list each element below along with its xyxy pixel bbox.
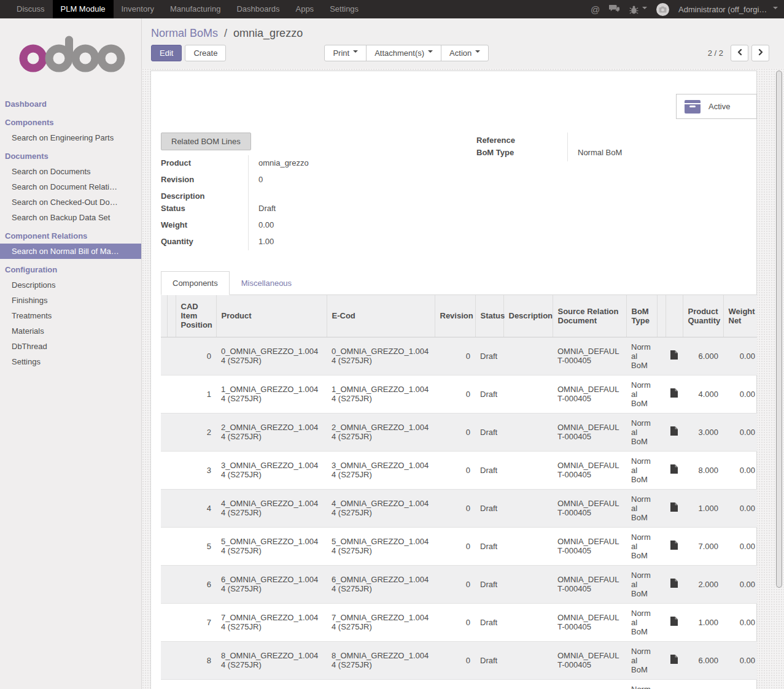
cell-attachment: [666, 565, 683, 603]
header-ecod[interactable]: E-Cod: [327, 295, 435, 337]
table-row[interactable]: 8 8_OMNIA_GREZZO_1.0044 (S275JR) 8_OMNIA…: [161, 641, 757, 679]
form-field: Revision 0: [161, 172, 454, 188]
table-row[interactable]: 4 4_OMNIA_GREZZO_1.0044 (S275JR) 4_OMNIA…: [161, 489, 757, 527]
action-button-group: Print Attachment(s) Action: [324, 45, 489, 61]
tab[interactable]: Components: [161, 271, 230, 295]
sidebar-item[interactable]: Documents: [0, 148, 141, 164]
cell-product: 7_OMNIA_GREZZO_1.0044 (S275JR): [216, 603, 327, 641]
sidebar-item[interactable]: Configuration: [0, 262, 141, 277]
cell-description: [503, 565, 553, 603]
field-value: Draft: [248, 201, 454, 217]
sidebar-item[interactable]: Settings: [0, 354, 141, 369]
field-label: Weight: [161, 217, 248, 234]
field-label: BoM Type: [476, 145, 567, 161]
sidebar-item[interactable]: Dashboard: [0, 96, 141, 112]
document-icon[interactable]: [670, 504, 678, 514]
print-button[interactable]: Print: [324, 45, 367, 61]
header-product[interactable]: Product: [216, 295, 327, 337]
table-row[interactable]: 7 7_OMNIA_GREZZO_1.0044 (S275JR) 7_OMNIA…: [161, 603, 757, 641]
cell-cad-item-position: 8: [176, 641, 216, 679]
document-icon[interactable]: [670, 580, 678, 590]
active-toggle[interactable]: Active: [676, 94, 757, 119]
document-icon[interactable]: [670, 428, 678, 437]
scrollbar[interactable]: [775, 18, 782, 689]
scrollbar-thumb[interactable]: [776, 71, 782, 588]
menu-item[interactable]: Apps: [287, 0, 322, 18]
form-field: Reference: [476, 133, 747, 145]
header-cad-item-position[interactable]: CAD Item Position: [176, 295, 216, 337]
form-field: Status Draft: [161, 201, 454, 217]
header-status[interactable]: Status: [475, 295, 503, 337]
menu-item[interactable]: Inventory: [114, 0, 162, 18]
breadcrumb-current: omnia_grezzo: [233, 27, 303, 39]
sidebar-item[interactable]: Treatments: [0, 308, 141, 323]
sidebar-item[interactable]: Components: [0, 115, 141, 130]
document-icon[interactable]: [670, 542, 678, 552]
table-row[interactable]: 5 5_OMNIA_GREZZO_1.0044 (S275JR) 5_OMNIA…: [161, 527, 757, 565]
cell-spacer: [657, 413, 666, 451]
header-bom-type[interactable]: BoM Type: [626, 295, 657, 337]
cell-handle: [161, 451, 167, 489]
debug-icon[interactable]: [629, 5, 647, 14]
sidebar-item[interactable]: Finishings: [0, 293, 141, 308]
sidebar-item[interactable]: Search on Engineering Parts: [0, 130, 141, 145]
table-row[interactable]: 0 0_OMNIA_GREZZO_1.0044 (S275JR) 0_OMNIA…: [161, 337, 757, 375]
header-weight-net[interactable]: Weight Net: [723, 295, 757, 337]
create-button[interactable]: Create: [185, 45, 226, 61]
cell-ecod: 9_OMNIA_GREZZO_1.0044 (S275JR): [327, 679, 435, 689]
cell-spacer: [167, 641, 176, 679]
table-row[interactable]: 6 6_OMNIA_GREZZO_1.0044 (S275JR) 6_OMNIA…: [161, 565, 757, 603]
document-icon[interactable]: [670, 656, 678, 666]
sidebar-item[interactable]: Search on Checked-Out Do…: [0, 194, 141, 210]
header-source-relation-document[interactable]: Source Relation Document: [553, 295, 626, 337]
menu-item[interactable]: Settings: [322, 0, 367, 18]
tab[interactable]: Miscellaneous: [230, 271, 303, 295]
sidebar-item[interactable]: Search on Documents: [0, 164, 141, 179]
document-icon[interactable]: [670, 390, 678, 399]
cell-product-quantity: 2.000: [683, 565, 723, 603]
sidebar-item[interactable]: Descriptions: [0, 277, 141, 293]
sidebar-item[interactable]: Materials: [0, 323, 141, 339]
header-revision[interactable]: Revision: [435, 295, 475, 337]
cell-cad-item-position: 7: [176, 603, 216, 641]
cell-product: 0_OMNIA_GREZZO_1.0044 (S275JR): [216, 337, 327, 375]
sidebar-item[interactable]: Search on Normal Bill of Ma…: [0, 244, 141, 259]
edit-button[interactable]: Edit: [151, 45, 182, 61]
related-bom-lines-button[interactable]: Related BOM Lines: [161, 133, 251, 150]
pager-next-button[interactable]: [751, 45, 769, 61]
cell-status: Draft: [475, 489, 503, 527]
field-value: Normal BoM: [567, 145, 747, 161]
sidebar-item[interactable]: Search on Document Relati…: [0, 179, 141, 194]
attachments-button[interactable]: Attachment(s): [366, 45, 441, 61]
header-product-quantity[interactable]: Product Quantity: [683, 295, 723, 337]
cell-source-relation-document: OMNIA_DEFAULT-000405: [553, 451, 626, 489]
table-row[interactable]: 1 1_OMNIA_GREZZO_1.0044 (S275JR) 1_OMNIA…: [161, 375, 757, 413]
table-row[interactable]: 2 2_OMNIA_GREZZO_1.0044 (S275JR) 2_OMNIA…: [161, 413, 757, 451]
table-row[interactable]: 9 9_OMNIA_GREZZO_1.0044 (S275JR) 9_OMNIA…: [161, 679, 757, 689]
sidebar-item[interactable]: Component Relations: [0, 228, 141, 244]
avatar[interactable]: [656, 3, 669, 16]
menu-item[interactable]: Dashboards: [228, 0, 287, 18]
cell-spacer: [657, 527, 666, 565]
field-value: omnia_grezzo: [248, 155, 454, 172]
menu-item[interactable]: Discuss: [9, 0, 53, 18]
activities-icon[interactable]: @: [591, 5, 600, 14]
cell-description: [503, 451, 553, 489]
user-menu[interactable]: Administrator (off_forgi…: [678, 5, 778, 14]
breadcrumb-parent[interactable]: Normal BoMs: [151, 27, 218, 39]
sidebar-item[interactable]: DbThread: [0, 339, 141, 354]
messages-icon[interactable]: [609, 4, 620, 15]
sidebar: Dashboard Components Search on Engineeri…: [0, 18, 142, 689]
menu-item[interactable]: Manufacturing: [162, 0, 228, 18]
sidebar-item[interactable]: Search on Backup Data Set: [0, 210, 141, 225]
field-value: [248, 188, 454, 201]
cell-product: 2_OMNIA_GREZZO_1.0044 (S275JR): [216, 413, 327, 451]
table-row[interactable]: 3 3_OMNIA_GREZZO_1.0044 (S275JR) 3_OMNIA…: [161, 451, 757, 489]
action-button[interactable]: Action: [441, 45, 489, 61]
header-description[interactable]: Description: [503, 295, 553, 337]
pager-prev-button[interactable]: [731, 45, 748, 61]
menu-item[interactable]: PLM Module: [53, 0, 114, 18]
document-icon[interactable]: [670, 352, 678, 361]
document-icon[interactable]: [670, 466, 678, 475]
document-icon[interactable]: [670, 618, 678, 628]
